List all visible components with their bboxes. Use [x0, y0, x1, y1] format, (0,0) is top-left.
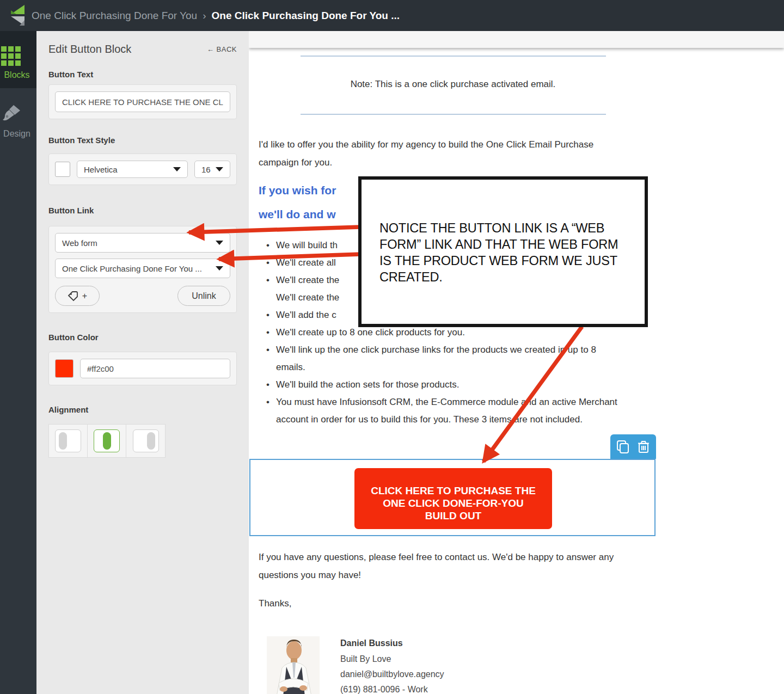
- button-text-style-label: Button Text Style: [48, 136, 237, 145]
- align-left-glyph: [59, 432, 67, 450]
- button-text-label: Button Text: [48, 70, 237, 79]
- button-link-section: Web form One Click Purchasing Done For Y…: [48, 226, 237, 313]
- breadcrumb-separator: ›: [203, 10, 206, 22]
- alignment-option-left[interactable]: [49, 425, 88, 457]
- copy-icon: [616, 440, 629, 454]
- annotation-text-line: FORM” LINK AND THAT THE WEB FORM: [379, 236, 628, 253]
- email-cta-button[interactable]: CLICK HERE TO PURCHASE THE ONE CLICK DON…: [354, 468, 552, 529]
- add-tag-plus: +: [82, 291, 87, 301]
- selected-button-block[interactable]: CLICK HERE TO PURCHASE THE ONE CLICK DON…: [249, 459, 656, 536]
- signature-company: Built By Love: [340, 654, 391, 664]
- copy-block-button[interactable]: [615, 438, 631, 456]
- chevron-down-icon: [216, 266, 223, 271]
- button-color-swatch[interactable]: [55, 359, 74, 378]
- link-type-value: Web form: [62, 238, 97, 248]
- link-target-value: One Click Purchasing Done For You ...: [62, 264, 202, 273]
- cta-line: BUILD OUT: [425, 510, 481, 521]
- chevron-down-icon: [216, 241, 223, 245]
- note-divider-top: [301, 56, 606, 57]
- sidebar-item-design[interactable]: Design: [0, 88, 36, 145]
- annotation-text-line: NOTICE THE BUTTON LINK IS A “WEB: [379, 220, 628, 236]
- email-thanks: Thanks,: [259, 594, 621, 612]
- panel-title: Edit Button Block: [48, 43, 131, 56]
- breadcrumb-parent[interactable]: One Click Purchasing Done For You: [32, 10, 197, 22]
- blocks-grid-icon: [1, 46, 21, 66]
- email-heading-line1: If you wish for: [259, 184, 336, 197]
- tag-icon: [68, 291, 78, 302]
- signature-name: Daniel Bussius: [340, 638, 403, 648]
- annotation-text-line: CREATED.: [379, 269, 628, 285]
- topbar: One Click Purchasing Done For You › One …: [0, 0, 784, 31]
- button-color-section: [48, 352, 237, 385]
- link-type-dropdown[interactable]: Web form: [55, 233, 230, 253]
- button-color-input[interactable]: [80, 359, 230, 378]
- email-canvas: Note: This is a one click purchase activ…: [249, 31, 784, 694]
- sidebar-item-label: Blocks: [0, 70, 36, 80]
- button-link-label: Button Link: [48, 206, 237, 215]
- canvas-top-strip: [249, 31, 784, 48]
- sidebar-item-label: Design: [0, 129, 36, 139]
- align-right-glyph: [147, 432, 155, 450]
- infusionsoft-logo-icon: [7, 4, 27, 28]
- list-item: You must have Infusionsoft CRM, the E-Co…: [276, 394, 627, 428]
- text-color-swatch[interactable]: [55, 162, 70, 177]
- list-item: We'll build the action sets for those pr…: [276, 376, 627, 394]
- breadcrumb-current: One Click Purchasing Done For You ...: [212, 10, 400, 22]
- email-heading-line2: we'll do and w: [259, 208, 336, 221]
- annotation-text-line: IS THE PRODUCT WEB FORM WE JUST: [379, 253, 628, 269]
- email-intro: I'd like to offer you the ability for my…: [259, 136, 621, 171]
- sidebar-item-blocks[interactable]: Blocks: [0, 31, 36, 88]
- signature-email[interactable]: daniel@builtbylove.agency: [340, 670, 444, 679]
- design-paintbrush-icon: [1, 103, 22, 125]
- button-text-input[interactable]: [55, 91, 230, 112]
- edit-button-block-panel: Edit Button Block ← BACK Button Text But…: [36, 31, 249, 694]
- annotation-callout-box: NOTICE THE BUTTON LINK IS A “WEB FORM” L…: [358, 176, 648, 327]
- daniel-bussius-photo: [267, 636, 320, 694]
- trash-icon: [638, 440, 650, 453]
- app-window: One Click Purchasing Done For You › One …: [0, 0, 784, 694]
- list-item: We'll link up the one click purchase lin…: [276, 341, 627, 376]
- alignment-option-center[interactable]: [88, 425, 126, 457]
- panel-header: Edit Button Block ← BACK: [48, 43, 237, 56]
- font-size-dropdown[interactable]: 16: [194, 161, 230, 178]
- block-toolbar: [610, 434, 656, 459]
- chevron-down-icon: [216, 167, 223, 171]
- button-color-label: Button Color: [48, 333, 237, 342]
- cta-line: ONE CLICK DONE-FOR-YOU: [383, 498, 524, 509]
- delete-block-button[interactable]: [635, 438, 652, 456]
- breadcrumb: One Click Purchasing Done For You › One …: [32, 10, 400, 22]
- add-tag-button[interactable]: +: [55, 286, 100, 306]
- font-size-value: 16: [201, 165, 211, 174]
- link-target-dropdown[interactable]: One Click Purchasing Done For You ...: [55, 259, 230, 278]
- alignment-option-right[interactable]: [126, 425, 165, 457]
- note-divider-bottom: [301, 114, 606, 115]
- email-outro: If you have any questions, please feel f…: [259, 548, 621, 584]
- sidebar: Blocks Design: [0, 31, 36, 694]
- button-text-style-section: Helvetica 16: [48, 153, 237, 185]
- signature-phone: (619) 881-0096 - Work: [340, 685, 428, 694]
- chevron-down-icon: [173, 167, 181, 171]
- font-family-dropdown[interactable]: Helvetica: [77, 161, 188, 178]
- back-button[interactable]: ← BACK: [207, 45, 237, 53]
- alignment-label: Alignment: [48, 405, 237, 414]
- cta-line: CLICK HERE TO PURCHASE THE: [371, 485, 536, 496]
- button-text-section: [48, 84, 237, 119]
- font-family-value: Helvetica: [84, 165, 118, 174]
- align-center-glyph: [103, 432, 111, 450]
- email-note: Note: This is a one click purchase activ…: [249, 79, 657, 90]
- alignment-section: [48, 424, 166, 458]
- unlink-button[interactable]: Unlink: [177, 286, 230, 306]
